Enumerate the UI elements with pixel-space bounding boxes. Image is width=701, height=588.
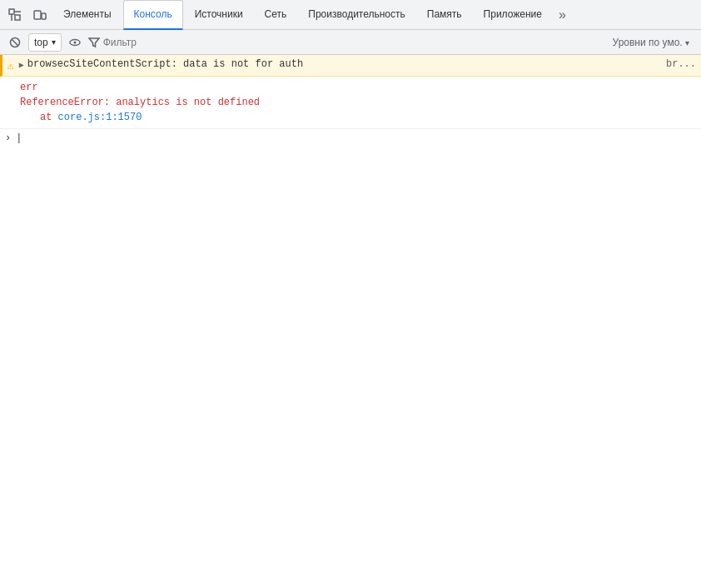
filter-input[interactable] (103, 37, 609, 48)
tab-performance[interactable]: Производительность (298, 0, 415, 30)
svg-rect-3 (15, 15, 20, 20)
tab-console[interactable]: Консоль (123, 0, 183, 30)
console-prompt-line: › | (0, 129, 701, 147)
error-line-1: err (20, 80, 696, 95)
tab-sources[interactable]: Источники (185, 0, 253, 30)
svg-rect-0 (9, 9, 14, 14)
console-error-block: err ReferenceError: analytics is not def… (0, 77, 701, 129)
error-at-text: at (40, 112, 58, 123)
error-source-link[interactable]: core.js:1:1570 (58, 112, 142, 123)
more-tabs-button[interactable]: » (554, 0, 571, 30)
tab-application[interactable]: Приложение (474, 0, 552, 30)
warning-source: br... (666, 58, 696, 70)
svg-marker-10 (89, 38, 99, 47)
prompt-chevron-icon: › (5, 132, 11, 144)
device-toolbar-icon[interactable] (28, 3, 52, 27)
console-input-cursor[interactable]: | (16, 132, 22, 144)
tab-memory[interactable]: Память (417, 0, 472, 30)
warning-icon: ⚠ (7, 59, 14, 72)
filter-icon (88, 37, 100, 48)
svg-line-7 (12, 39, 18, 45)
filter-section (88, 37, 609, 48)
console-toolbar: top ▾ Уровни по умо. ▾ (0, 30, 701, 55)
tab-network[interactable]: Сеть (255, 0, 297, 30)
levels-label: Уровни по умо. ▾ (613, 37, 696, 48)
svg-rect-5 (42, 13, 46, 19)
console-content: ⚠ ▶ browsecSiteContentScript: data is no… (0, 55, 701, 588)
svg-point-9 (73, 41, 76, 43)
error-line-2: ReferenceError: analytics is not defined (20, 95, 696, 110)
console-warning-row[interactable]: ⚠ ▶ browsecSiteContentScript: data is no… (0, 55, 701, 77)
tab-elements[interactable]: Элементы (53, 0, 122, 30)
svg-rect-4 (34, 11, 41, 19)
eye-button[interactable] (65, 32, 85, 52)
inspect-element-icon[interactable] (3, 3, 27, 27)
devtools-tabbar: Элементы Консоль Источники Сеть Производ… (0, 0, 701, 30)
context-selector[interactable]: top ▾ (28, 33, 62, 52)
warning-message: browsecSiteContentScript: data is not fo… (27, 58, 659, 70)
clear-console-button[interactable] (5, 32, 25, 52)
expand-triangle-icon[interactable]: ▶ (19, 60, 24, 70)
error-stack-line: at core.js:1:1570 (20, 110, 696, 125)
